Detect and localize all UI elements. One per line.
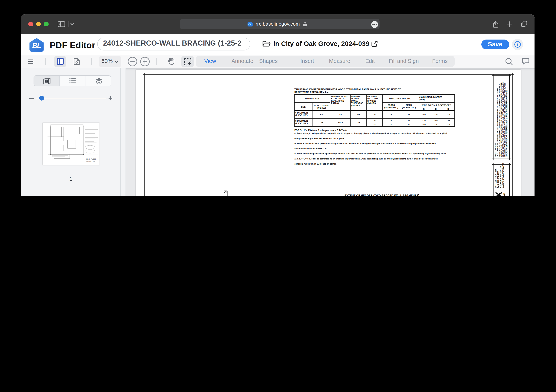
svg-text:(INCHES): (INCHES) [351, 104, 360, 106]
svg-text:110: 110 [447, 123, 450, 126]
svg-text:24: 24 [373, 123, 375, 126]
svg-text:12: 12 [408, 123, 410, 126]
svg-text:OMISSIONS. THESE DRAWINGS ARE: OMISSIONS. THESE DRAWINGS ARE DESIGN CON… [499, 84, 500, 157]
svg-text:b. Table is based on wind pres: b. Table is based on wind pressures acti… [294, 142, 436, 145]
svg-text:1.5: 1.5 [320, 113, 323, 116]
svg-text:DIMENSIONS AND BE RESPONSIBLE: DIMENSIONS AND BE RESPONSIBLE FOR ANY CH… [504, 83, 506, 157]
svg-text:SPACING: SPACING [367, 100, 376, 102]
svg-text:8d COMMON: 8d COMMON [295, 120, 308, 122]
svg-text:115: 115 [434, 113, 437, 116]
svg-text:D: D [448, 108, 449, 110]
svg-text:MINIMUM: MINIMUM [351, 95, 361, 98]
svg-text:MAXIMUM: MAXIMUM [367, 95, 377, 98]
svg-text:(INCHES): (INCHES) [367, 102, 376, 104]
svg-text:MINIMUM NAIL: MINIMUM NAIL [305, 98, 320, 100]
svg-text:FAX: 763.757.4383: FAX: 763.757.4383 [497, 171, 499, 188]
svg-text:SCALE 1/4"=1'-0": SCALE 1/4"=1'-0" [86, 160, 95, 162]
svg-text:GENERAL CONTRACTOR, SUB-CONTRA: GENERAL CONTRACTOR, SUB-CONTRACTORS, AND… [502, 82, 504, 157]
svg-text:(INCHES): (INCHES) [317, 107, 326, 109]
svg-text:FOR SI: 1"= 25.4mm, 1 mile per: FOR SI: 1"= 25.4mm, 1 mile per hour= 0.4… [294, 129, 347, 132]
svg-text:1.75: 1.75 [319, 121, 323, 124]
svg-text:TABLE R602.3(3) REQUIREMENTS F: TABLE R602.3(3) REQUIREMENTS FOR WOOD ST… [294, 88, 401, 90]
svg-text:6: 6 [391, 119, 392, 122]
svg-text:6: 6 [391, 123, 392, 126]
svg-text:16: 16 [373, 113, 375, 116]
svg-text:ANDOVER, MINNESOTA: ANDOVER, MINNESOTA [500, 165, 502, 188]
svg-text:with panel strength axis perpe: with panel strength axis perpendicular t… [294, 137, 344, 140]
svg-text:WIND EXPOSURE CATEGORY: WIND EXPOSURE CATEGORY [422, 104, 451, 106]
svg-text:140: 140 [434, 119, 437, 122]
svg-text:THICKNESS: THICKNESS [351, 102, 363, 104]
svg-text:(2.5"x0.131"): (2.5"x0.131") [295, 122, 308, 124]
svg-text:(MPH): (MPH) [419, 98, 425, 101]
svg-text:170: 170 [422, 119, 425, 122]
svg-text:C: C [435, 108, 437, 110]
svg-text:SIZE: SIZE [301, 106, 306, 108]
svg-text:RATING: RATING [331, 102, 339, 104]
svg-text:ACTUAL CONSTRUCTION. NO REPRES: ACTUAL CONSTRUCTION. NO REPRESENTATION I… [506, 90, 508, 157]
svg-text:BL: BL [32, 42, 41, 50]
svg-text:CROIX: CROIX [494, 191, 504, 196]
svg-text:NOMINAL: NOMINAL [351, 98, 361, 100]
svg-text:RESIST WIND PRESSURE a,b,c: RESIST WIND PRESSURE a,b,c [294, 91, 329, 93]
svg-text:OFFICE: 763.757.5997: OFFICE: 763.757.5997 [495, 168, 497, 188]
svg-text:(2.0"x0.113"): (2.0"x0.113") [295, 114, 308, 116]
svg-text:110: 110 [447, 113, 450, 116]
svg-text:WALL STUD: WALL STUD [367, 98, 379, 100]
svg-text:STRUCTURAL: STRUCTURAL [331, 98, 345, 100]
svg-text:DESIGN & DRAFTING, INC.: DESIGN & DRAFTING, INC. [503, 192, 506, 196]
svg-text:140: 140 [422, 113, 425, 116]
svg-text:135: 135 [447, 119, 450, 122]
svg-text:PANEL NAIL SPACING: PANEL NAIL SPACING [389, 98, 411, 100]
svg-text:3/8: 3/8 [357, 113, 360, 116]
svg-text:7/16: 7/16 [356, 121, 360, 124]
svg-text:PENETRATION: PENETRATION [314, 105, 329, 107]
svg-text:(INCHES O.C.): (INCHES O.C.) [384, 106, 398, 109]
svg-text:EXTENT OF HEADER (TWO BRACED W: EXTENT OF HEADER (TWO BRACED WALL SEGMEN… [345, 194, 419, 196]
svg-text:EDGES: EDGES [388, 104, 395, 106]
svg-text:PANEL SPAN: PANEL SPAN [331, 100, 344, 102]
svg-text:16: 16 [373, 119, 375, 122]
svg-text:a. Panel strength axis paralle: a. Panel strength axis parallel or perpe… [294, 132, 447, 135]
svg-text:DESIGNING AND PREPARING THESE: DESIGNING AND PREPARING THESE PLANS AND … [500, 82, 502, 157]
svg-text:SPECIAL NOTICE:: SPECIAL NOTICE: [495, 143, 497, 157]
svg-text:6d COMMON: 6d COMMON [295, 112, 308, 114]
svg-text:WWW.CROIXDESIGN.COM: WWW.CROIXDESIGN.COM [502, 163, 504, 188]
svg-text:PANEL: PANEL [351, 100, 358, 102]
svg-text:MINIMUM WOOD: MINIMUM WOOD [331, 95, 348, 98]
svg-text:CROIX DESIGN and DRAFTING, INC: CROIX DESIGN and DRAFTING, INC. ACCEPTS … [497, 88, 499, 157]
svg-text:12: 12 [408, 113, 410, 116]
svg-text:c. Wood structural panels with: c. Wood structural panels with span rati… [294, 152, 446, 155]
svg-text:115: 115 [434, 123, 437, 126]
svg-text:FIELD: FIELD [406, 104, 412, 106]
svg-text:MAIN FLOOR: MAIN FLOOR [86, 158, 96, 160]
svg-text:spaced a maximum of 16 inches: spaced a maximum of 16 inches on center. [294, 163, 336, 165]
svg-text:24/16: 24/16 [338, 121, 343, 124]
svg-text:accordance with Section R602.1: accordance with Section R602.10 [294, 147, 327, 150]
svg-text:6: 6 [391, 113, 392, 116]
svg-text:24/0: 24/0 [338, 113, 342, 116]
svg-text:(INCHES O.C.): (INCHES O.C.) [402, 106, 416, 109]
svg-text:140: 140 [422, 123, 425, 126]
svg-text:BL: BL [248, 23, 252, 26]
svg-text:B: B [423, 108, 425, 110]
svg-text:16'o.c. or 24"o.c. shall be pe: 16'o.c. or 24"o.c. shall be permitted as… [294, 158, 438, 160]
svg-text:12: 12 [408, 119, 410, 122]
svg-text:MAXIMUM WIND SPEED: MAXIMUM WIND SPEED [419, 96, 442, 98]
